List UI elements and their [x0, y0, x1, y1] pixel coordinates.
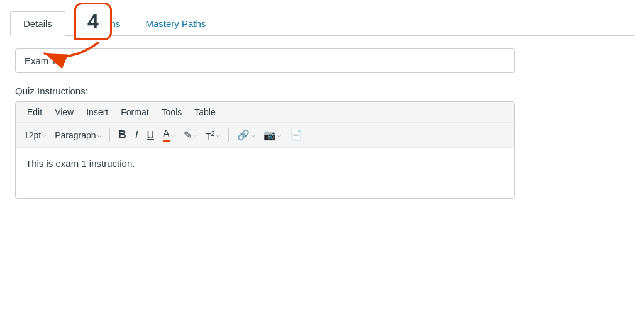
underline-icon: U — [147, 130, 154, 141]
image-button[interactable]: 📷 ⌵ — [260, 127, 284, 143]
italic-icon: I — [135, 129, 138, 142]
font-color-group: A ⌵ — [160, 127, 178, 144]
italic-button[interactable]: I — [132, 127, 142, 144]
font-color-button[interactable]: A ⌵ — [160, 127, 178, 144]
highlight-icon: ✎ — [184, 129, 192, 141]
image-group: 📷 ⌵ — [260, 127, 284, 143]
rte-content-area[interactable]: This is exam 1 instruction. — [16, 148, 514, 198]
bold-icon: B — [118, 128, 126, 142]
tab-details[interactable]: Details — [10, 11, 65, 36]
rte-toolbar: 12pt ⌵ Paragraph ⌵ B — [16, 123, 514, 148]
paragraph-group: Paragraph ⌵ — [52, 128, 104, 142]
font-size-group: 12pt ⌵ — [21, 128, 49, 142]
rich-text-editor: Edit View Insert Format Tools Table 12pt… — [15, 101, 515, 199]
highlight-button[interactable]: ✎ ⌵ — [180, 127, 200, 143]
paragraph-chevron: ⌵ — [97, 132, 101, 138]
quiz-title-input[interactable] — [15, 48, 515, 73]
embed-icon: 📄 — [290, 129, 303, 141]
instructions-label: Quiz Instructions: — [15, 86, 629, 96]
main-content: Quiz Instructions: Edit View Insert Form… — [10, 36, 634, 211]
separator-2 — [228, 128, 229, 142]
menu-view[interactable]: View — [48, 104, 80, 120]
menu-edit[interactable]: Edit — [21, 104, 48, 120]
paragraph-button[interactable]: Paragraph ⌵ — [52, 128, 104, 142]
menu-tools[interactable]: Tools — [155, 104, 189, 120]
font-size-chevron: ⌵ — [42, 132, 46, 138]
font-size-button[interactable]: 12pt ⌵ — [21, 128, 49, 142]
highlight-chevron: ⌵ — [193, 132, 197, 138]
tab-mastery-paths[interactable]: Mastery Paths — [133, 12, 218, 35]
link-group: 🔗 ⌵ — [234, 127, 258, 143]
superscript-icon: T2 — [206, 129, 215, 142]
callout-bubble: 4 — [74, 3, 112, 40]
rte-menubar: Edit View Insert Format Tools Table — [16, 102, 514, 123]
highlight-group: ✎ ⌵ — [180, 127, 200, 143]
bold-button[interactable]: B — [115, 127, 130, 144]
link-icon: 🔗 — [237, 129, 250, 141]
image-icon: 📷 — [264, 129, 276, 141]
image-chevron: ⌵ — [277, 132, 281, 138]
embed-button[interactable]: 📄 — [287, 127, 306, 143]
menu-table[interactable]: Table — [188, 104, 221, 120]
superscript-button[interactable]: T2 ⌵ — [203, 127, 223, 144]
separator-1 — [109, 128, 110, 142]
font-color-icon: A — [163, 128, 170, 142]
underline-button[interactable]: U — [143, 128, 157, 143]
superscript-chevron: ⌵ — [216, 132, 220, 138]
menu-format[interactable]: Format — [114, 104, 155, 120]
link-chevron: ⌵ — [251, 132, 255, 138]
menu-insert[interactable]: Insert — [80, 104, 114, 120]
link-button[interactable]: 🔗 ⌵ — [234, 127, 258, 143]
font-color-chevron: ⌵ — [171, 132, 175, 138]
superscript-group: T2 ⌵ — [203, 127, 223, 144]
